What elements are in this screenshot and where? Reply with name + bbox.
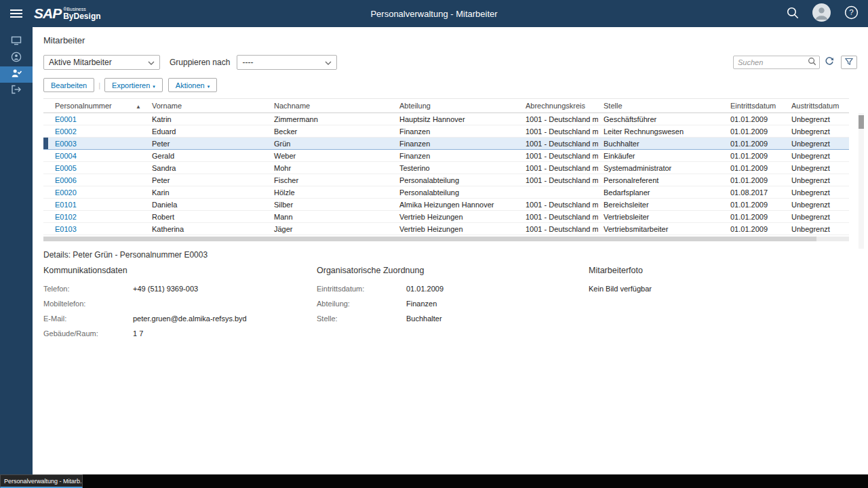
table-row[interactable]: E0001KatrinZimmermannHauptsitz Hannover1…	[43, 113, 849, 125]
edit-button-label: Bearbeiten	[51, 81, 87, 89]
column-header[interactable]: Austrittsdatum	[786, 99, 849, 113]
filter-row: Aktive Mitarbeiter Gruppieren nach ----	[43, 55, 857, 70]
table-cell: Silber	[269, 199, 394, 211]
window-title: Personalverwaltung - Mitarbeiter	[370, 9, 497, 19]
table-cell: Geschäftsführer	[598, 113, 725, 125]
export-menu-button[interactable]: Exportieren ▾	[104, 78, 163, 92]
group-by-select[interactable]: ----	[237, 55, 337, 70]
org-assignment-section: Organisatorische Zuordnung Eintrittsdatu…	[317, 266, 589, 344]
table-cell: Fischer	[269, 174, 394, 186]
edit-button[interactable]: Bearbeiten	[43, 78, 94, 92]
phone-link[interactable]: +49 (511) 9369-003	[133, 285, 198, 293]
sidebar-item-delegation[interactable]	[0, 83, 33, 99]
scrollbar-thumb[interactable]	[43, 237, 816, 241]
table-row[interactable]: E0005SandraMohrTesterino1001 - Deutschla…	[43, 162, 849, 174]
table-cell: Testerino	[394, 162, 520, 174]
table-row[interactable]: E0002EduardBeckerFinanzen1001 - Deutschl…	[43, 125, 849, 138]
column-header[interactable]: Abteilung	[394, 99, 520, 113]
employee-id-link[interactable]: E0003	[55, 140, 77, 148]
employee-table-body: E0001KatrinZimmermannHauptsitz Hannover1…	[43, 113, 849, 235]
search-input[interactable]	[738, 58, 808, 66]
table-cell: Robert	[146, 211, 269, 223]
scrollbar-thumb[interactable]	[859, 115, 864, 129]
employee-id-link[interactable]: E0002	[55, 127, 77, 136]
table-cell: Eduard	[146, 125, 269, 138]
actions-menu-button[interactable]: Aktionen ▾	[168, 78, 217, 92]
person-check-icon	[11, 68, 22, 81]
search-icon[interactable]	[808, 56, 816, 68]
column-header[interactable]: Eintrittsdatum	[725, 99, 786, 113]
table-cell: Peter	[146, 174, 269, 186]
employee-id-link[interactable]: E0101	[55, 201, 77, 209]
view-select[interactable]: Aktive Mitarbeiter	[43, 55, 160, 70]
column-header[interactable]: Stelle	[598, 99, 725, 113]
menu-hamburger-button[interactable]	[0, 0, 33, 27]
sidebar-item-overview[interactable]	[0, 34, 33, 50]
field-label: E-Mail:	[43, 314, 133, 323]
chevron-down-icon	[325, 58, 332, 67]
employee-id-link[interactable]: E0005	[55, 164, 77, 172]
table-cell: 1001 - Deutschland mona...	[520, 223, 598, 235]
person-circle-icon	[11, 52, 22, 65]
sidebar-item-employees[interactable]	[0, 66, 33, 83]
employee-id-link[interactable]: E0102	[55, 213, 77, 221]
svg-text:?: ?	[849, 8, 853, 16]
view-select-value: Aktive Mitarbeiter	[49, 58, 148, 67]
filter-button[interactable]	[841, 56, 857, 69]
table-cell: Jäger	[269, 223, 394, 235]
filter-funnel-icon	[845, 58, 853, 68]
vertical-scrollbar[interactable]	[859, 113, 864, 249]
horizontal-scrollbar[interactable]	[43, 237, 849, 241]
column-header[interactable]: Personalnummer▲	[43, 99, 146, 113]
global-search-button[interactable]	[786, 6, 799, 21]
email-link[interactable]: peter.gruen@de.almika-refsys.byd	[133, 314, 247, 323]
table-cell: Unbegrenzt	[786, 162, 849, 174]
table-cell: 01.01.2009	[725, 125, 786, 138]
table-cell: Vertrieb Heizungen	[394, 223, 520, 235]
help-button[interactable]: ?	[844, 5, 859, 22]
employee-id-link[interactable]: E0004	[55, 152, 77, 160]
table-row[interactable]: E0006PeterFischerPersonalabteilung1001 -…	[43, 174, 849, 186]
group-by-select-value: ----	[242, 58, 325, 67]
refresh-button[interactable]	[825, 57, 834, 68]
avatar-icon	[812, 3, 831, 24]
employee-id-link[interactable]: E0103	[55, 225, 77, 233]
taskbar-item[interactable]: Personalverwaltung - Mitarb...	[0, 474, 83, 488]
table-row[interactable]: E0004GeraldWeberFinanzen1001 - Deutschla…	[43, 150, 849, 162]
table-row[interactable]: E0103KatherinaJägerVertrieb Heizungen100…	[43, 223, 849, 235]
table-cell: 1001 - Deutschland mona...	[520, 125, 598, 138]
field-stelle: Stelle: Buchhalter	[317, 314, 589, 323]
table-row[interactable]: E0020KarinHölzlePersonalabteilungBedarfs…	[43, 186, 849, 199]
field-value: 1 7	[133, 329, 143, 338]
table-cell: Vertriebsleiter	[598, 211, 725, 223]
table-cell: Unbegrenzt	[786, 113, 849, 125]
field-value: Finanzen	[406, 300, 437, 308]
user-avatar-button[interactable]	[812, 3, 831, 24]
employee-table-wrap: Personalnummer▲VornameNachnameAbteilungA…	[43, 98, 857, 241]
table-cell: 1001 - Deutschland mona...	[520, 211, 598, 223]
table-cell: Unbegrenzt	[786, 211, 849, 223]
taskbar: Personalverwaltung - Mitarb...	[0, 474, 868, 488]
table-row[interactable]: E0003PeterGrünFinanzen1001 - Deutschland…	[43, 138, 849, 150]
column-header[interactable]: Nachname	[269, 99, 394, 113]
employee-id-link[interactable]: E0001	[55, 115, 77, 123]
table-cell: 01.01.2009	[725, 223, 786, 235]
table-cell: Unbegrenzt	[786, 138, 849, 150]
sidebar-item-persons[interactable]	[0, 50, 33, 66]
table-row[interactable]: E0101DanielaSilberAlmika Heizungen Hanno…	[43, 199, 849, 211]
table-cell: Unbegrenzt	[786, 150, 849, 162]
employee-photo-heading: Mitarbeiterfoto	[589, 266, 857, 275]
field-value: Buchhalter	[406, 314, 442, 323]
table-cell: Finanzen	[394, 150, 520, 162]
table-cell: Sandra	[146, 162, 269, 174]
table-cell: Gerald	[146, 150, 269, 162]
table-row[interactable]: E0102RobertMannVertrieb Heizungen1001 - …	[43, 211, 849, 223]
column-header[interactable]: Vorname	[146, 99, 269, 113]
column-header[interactable]: Abrechnungskreis	[520, 99, 598, 113]
employee-id-link[interactable]: E0006	[55, 176, 77, 184]
field-email: E-Mail: peter.gruen@de.almika-refsys.byd	[43, 314, 317, 323]
brand-bydesign-text: ByDesign	[63, 12, 100, 20]
employee-id-link[interactable]: E0020	[55, 188, 77, 197]
field-value: 01.01.2009	[406, 285, 443, 293]
table-cell: 01.01.2009	[725, 113, 786, 125]
